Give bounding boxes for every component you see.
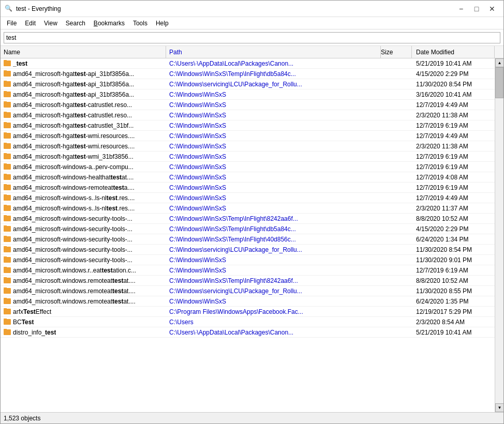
table-row[interactable]: amd64_microsoft.windows.remoteattestat..… [1,296,495,307]
file-date-cell: 11/30/2020 9:01 PM [412,256,495,264]
file-date-cell: 2/3/2020 8:54 AM [412,319,495,326]
close-button[interactable]: ✕ [485,4,499,14]
table-row[interactable]: BCTestC:\Users2/3/2020 8:54 AM [1,317,495,327]
table-row[interactable]: amd64_microsoft-hgattest-wmi.resources..… [1,131,495,141]
scrollbar-track[interactable] [495,67,503,403]
col-header-name[interactable]: Name [1,46,166,58]
table-row[interactable]: amd64_microsoft-windows-security-tools-.… [1,234,495,245]
table-row[interactable]: amd64_microsoft-windows-security-tools-.… [1,214,495,224]
file-name-cell: amd64_microsoft-hgattest-wmi.resources..… [1,143,166,150]
file-list: _testC:\Users\·\AppData\Local\Packages\C… [1,58,503,412]
file-name-cell: amd64_microsoft-hgattest-api_31bf3856a..… [1,70,166,78]
table-row[interactable]: amd64_microsoft-windows-a..perv-compu...… [1,162,495,172]
table-row[interactable]: amd64_microsoft-hgattest-catrustlet.reso… [1,100,495,110]
menu-bookmarks[interactable]: Bookmarks [90,19,129,28]
table-row[interactable]: amd64_microsoft-hgattest-api_31bf3856a..… [1,79,495,89]
file-name-cell: distro_info_test [1,329,166,336]
file-name-text: amd64_microsoft-windows-remoteattesta...… [13,184,135,191]
table-row[interactable]: amd64_microsoft-windows-healthattestat..… [1,172,495,183]
file-date-cell: 12/7/2019 4:49 AM [412,101,495,109]
file-path-cell: C:\Program Files\WindowsApps\Facebook.Fa… [166,308,381,315]
file-name-text: amd64_microsoft-hgattest-catrustlet.reso… [13,112,132,119]
folder-icon [4,236,11,242]
folder-icon [4,278,11,283]
search-input[interactable] [4,32,500,43]
main-window: 🔍 test - Everything − □ ✕ File Edit View… [0,0,504,424]
column-header: Name Path Size Date Modified [1,46,503,58]
table-row[interactable]: amd64_microsoft-hgattest-catrustlet.reso… [1,110,495,120]
table-row[interactable]: _testC:\Users\·\AppData\Local\Packages\C… [1,58,495,69]
scroll-down-button[interactable]: ▼ [495,403,503,412]
file-date-cell: 12/7/2019 4:49 AM [412,132,495,140]
table-row[interactable]: amd64_microsoft-windows-remoteattesta...… [1,183,495,193]
file-name-text: amd64_microsoft.windows.r..eattestation.… [13,267,136,274]
table-row[interactable]: amd64_microsoft-windows-s..ls-nltest.res… [1,193,495,203]
folder-icon [4,133,11,139]
menu-tools[interactable]: Tools [129,19,152,28]
menu-file[interactable]: File [3,19,21,28]
file-path-cell: C:\Users [166,319,381,326]
file-name-text: amd64_microsoft-windows-security-tools-.… [13,256,132,264]
file-path-cell: C:\Windows\WinSxS [166,267,381,274]
table-row[interactable]: amd64_microsoft.windows.r..eattestation.… [1,265,495,276]
file-list-content[interactable]: _testC:\Users\·\AppData\Local\Packages\C… [1,58,495,412]
table-row[interactable]: distro_info_testC:\Users\·\AppData\Local… [1,327,495,338]
table-row[interactable]: amd64_microsoft-hgattest-wmi_31bf3856...… [1,152,495,162]
file-name-text: amd64_microsoft-windows-security-tools-.… [13,215,132,222]
table-row[interactable]: amd64_microsoft-windows-security-tools-.… [1,224,495,234]
file-date-cell: 8/8/2020 10:52 AM [412,215,495,222]
menu-search[interactable]: Search [62,19,90,28]
minimize-button[interactable]: − [454,4,468,14]
file-name-text: amd64_microsoft-hgattest-api_31bf3856a..… [13,91,134,98]
table-row[interactable]: amd64_microsoft.windows.remoteattestat..… [1,286,495,296]
file-path-cell: C:\Windows\WinSxS [166,112,381,119]
file-name-cell: amd64_microsoft-hgattest-catrustlet.reso… [1,112,166,119]
scroll-up-button[interactable]: ▲ [495,58,503,67]
table-row[interactable]: amd64_microsoft-hgattest-wmi.resources..… [1,141,495,152]
file-name-cell: BCTest [1,319,166,326]
table-row[interactable]: amd64_microsoft-windows-security-tools-.… [1,245,495,255]
table-row[interactable]: arfxTestEffectC:\Program Files\WindowsAp… [1,307,495,317]
table-row[interactable]: amd64_microsoft-hgattest-api_31bf3856a..… [1,89,495,100]
file-date-cell: 8/8/2020 10:52 AM [412,277,495,284]
table-row[interactable]: amd64_microsoft-hgattest-catrustlet_31bf… [1,120,495,131]
search-bar [1,29,503,46]
col-header-size[interactable]: Size [381,46,412,58]
folder-icon [4,247,11,252]
file-name-cell: amd64_microsoft.windows.remoteattestat..… [1,298,166,305]
table-row[interactable]: amd64_microsoft-windows-security-tools-.… [1,255,495,265]
folder-icon [4,174,11,180]
file-name-text: amd64_microsoft-windows-healthattestat..… [13,174,134,181]
folder-icon [4,205,11,211]
menu-help[interactable]: Help [152,19,173,28]
table-row[interactable]: amd64_microsoft.windows.remoteattestat..… [1,276,495,286]
file-name-cell: amd64_microsoft.windows.r..eattestation.… [1,267,166,274]
folder-icon [4,298,11,304]
menu-view[interactable]: View [40,19,62,28]
folder-icon [4,154,11,159]
file-path-cell: C:\Users\·\AppData\Local\Packages\Canon.… [166,60,381,67]
file-name-cell: amd64_microsoft-windows-a..perv-compu... [1,163,166,171]
scrollbar[interactable]: ▲ ▼ [495,58,503,412]
table-row[interactable]: amd64_microsoft-windows-s..ls-nltest.res… [1,203,495,214]
file-path-cell: C:\Windows\servicing\LCU\Package_for_Rol… [166,287,381,295]
file-name-text: BCTest [13,319,34,326]
file-name-text: amd64_microsoft-hgattest-wmi.resources..… [13,132,135,140]
file-path-cell: C:\Windows\servicing\LCU\Package_for_Rol… [166,81,381,88]
file-date-cell: 2/3/2020 11:37 AM [412,205,495,212]
table-row[interactable]: amd64_microsoft-hgattest-api_31bf3856a..… [1,69,495,79]
folder-icon [4,60,11,66]
file-path-cell: C:\Windows\WinSxS [166,153,381,160]
file-path-cell: C:\Windows\WinSxS [166,122,381,129]
scrollbar-thumb[interactable] [495,67,503,98]
file-name-cell: amd64_microsoft-windows-security-tools-.… [1,225,166,233]
file-date-cell: 11/30/2020 8:54 PM [412,81,495,88]
menu-edit[interactable]: Edit [21,19,40,28]
col-header-date[interactable]: Date Modified [412,46,495,58]
file-name-cell: amd64_microsoft-hgattest-api_31bf3856a..… [1,91,166,98]
file-date-cell: 5/21/2019 10:41 AM [412,60,495,67]
file-date-cell: 12/7/2019 6:19 AM [412,153,495,160]
col-header-path[interactable]: Path [166,46,381,58]
maximize-button[interactable]: □ [469,4,484,14]
file-name-cell: amd64_microsoft-hgattest-wmi.resources..… [1,132,166,140]
